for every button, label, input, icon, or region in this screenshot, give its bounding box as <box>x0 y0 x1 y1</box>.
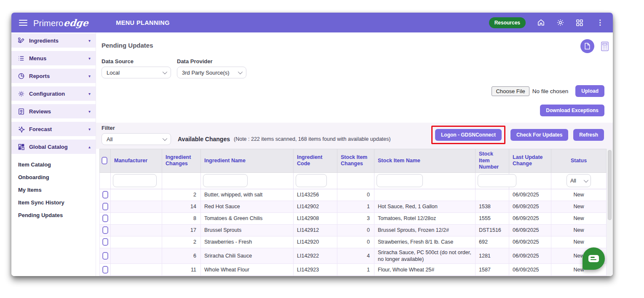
ingredient-code-link[interactable]: LI143256 <box>294 189 337 201</box>
row-checkbox[interactable] <box>102 252 108 260</box>
stock-number-link[interactable]: 1587 <box>476 264 509 276</box>
sidebar-subitem-item-catalog[interactable]: Item Catalog <box>11 158 96 171</box>
sidebar-subitem-my-items[interactable]: My Items <box>11 183 96 196</box>
calculator-icon[interactable] <box>600 41 609 51</box>
gear-icon[interactable] <box>556 19 564 27</box>
col-header-manufacturer[interactable]: Manufacturer <box>111 149 162 173</box>
filter-band: Filter All Available Changes (Note : 222… <box>96 123 613 149</box>
stock-number-filter-input[interactable] <box>478 174 516 187</box>
ingredient-name-cell: Tomatoes & Green Chilis <box>201 212 294 224</box>
row-checkbox[interactable] <box>102 191 108 199</box>
status-cell: New <box>551 236 607 248</box>
ingredient-name-filter-input[interactable] <box>203 174 248 187</box>
filter-label: Filter <box>102 125 171 131</box>
stock-number-link[interactable]: 1538 <box>476 201 509 212</box>
sidebar-item-menus[interactable]: Menus ▾ <box>11 51 96 65</box>
stock-name-cell: Hot Sauce, Red, 1 Gallon <box>374 201 476 212</box>
last-update-cell: 06/09/2025 <box>509 212 551 224</box>
col-header-ingredient-changes[interactable]: Ingredient Changes <box>162 149 201 173</box>
chevron-down-icon <box>238 70 243 74</box>
sidebar-subitem-onboarding[interactable]: Onboarding <box>11 171 96 183</box>
caret-down-icon: ▾ <box>88 91 91 96</box>
table-row: 8 Tomatoes & Green Chilis LI142908 3 Tom… <box>100 212 607 224</box>
upload-button[interactable]: Upload <box>575 85 604 97</box>
select-all-checkbox[interactable] <box>102 157 107 164</box>
stock-number-link[interactable]: DST1516 <box>476 224 509 236</box>
col-header-stock-changes[interactable]: Stock Item Changes <box>337 149 374 173</box>
ingredient-code-filter-input[interactable] <box>296 174 327 187</box>
sidebar-item-ingredients[interactable]: Ingredients ▾ <box>11 33 96 48</box>
last-update-cell: 06/09/2025 <box>509 201 551 212</box>
stock-name-filter-input[interactable] <box>377 174 423 187</box>
stock-number-link[interactable]: 1281 <box>476 248 509 264</box>
manufacturer-cell <box>111 224 162 236</box>
manufacturer-cell <box>111 189 162 201</box>
row-checkbox[interactable] <box>102 203 108 210</box>
ingredient-code-link[interactable]: LI142922 <box>294 248 337 264</box>
filter-select[interactable]: All <box>102 133 171 145</box>
download-exceptions-button[interactable]: Download Exceptions <box>540 105 604 116</box>
available-changes-note: (Note : 222 items scanned, 168 items fou… <box>234 136 390 142</box>
logon-gdsnconnect-button[interactable]: Logon - GDSNConnect <box>435 129 502 141</box>
export-document-button[interactable] <box>580 39 594 53</box>
ingredient-name-cell: Red Hot Sauce <box>201 201 294 212</box>
status-cell: New <box>551 189 607 201</box>
refresh-button[interactable]: Refresh <box>573 129 604 141</box>
data-source-select[interactable]: Local <box>102 67 171 78</box>
stock-number-link[interactable]: 692 <box>476 236 509 248</box>
status-filter-select[interactable]: All <box>567 174 591 187</box>
ingredient-code-link[interactable]: LI142908 <box>294 212 337 224</box>
table-row: 14 Red Hot Sauce LI142902 1 Hot Sauce, R… <box>100 201 607 212</box>
ingredient-changes-cell: 11 <box>162 264 201 276</box>
no-file-chosen-text: No file chosen <box>532 88 569 94</box>
col-header-stock-name[interactable]: Stock Item Name <box>374 149 476 173</box>
sidebar-item-reports[interactable]: Reports ▾ <box>11 69 96 83</box>
col-header-ingredient-name[interactable]: Ingredient Name <box>201 149 294 173</box>
ingredient-changes-cell: 14 <box>162 201 201 212</box>
row-checkbox[interactable] <box>102 238 108 246</box>
main-content: Pending Updates Data Source <box>96 32 613 276</box>
resources-button[interactable]: Resources <box>489 17 526 28</box>
stock-name-cell: Flour, Whole Wheat 25# <box>374 264 476 276</box>
table-row: 17 Brussel Sprouts LI142912 0 Brussel Sp… <box>100 224 607 236</box>
col-header-ingredient-code[interactable]: Ingredient Code <box>294 149 337 173</box>
row-checkbox[interactable] <box>102 266 108 274</box>
col-header-last-update[interactable]: Last Update Change <box>509 149 551 173</box>
stock-number-link[interactable]: 790 <box>476 276 509 276</box>
apps-grid-icon[interactable] <box>575 19 584 27</box>
forecast-icon <box>18 126 25 133</box>
stock-changes-cell: 0 <box>337 224 374 236</box>
check-for-updates-button[interactable]: Check For Updates <box>510 129 568 141</box>
sidebar-subitem-pending-updates[interactable]: Pending Updates <box>11 209 96 221</box>
sidebar-item-forecast[interactable]: Forecast ▾ <box>11 122 96 136</box>
chat-bubble-icon <box>588 255 599 262</box>
ingredient-code-link[interactable]: LI142927 <box>294 276 337 276</box>
home-icon[interactable] <box>537 19 545 27</box>
ingredient-code-link[interactable]: LI142902 <box>294 201 337 212</box>
sidebar-item-global-catalog[interactable]: Global Catalog ▴ <box>11 140 96 154</box>
row-checkbox[interactable] <box>102 215 108 222</box>
choose-file-button[interactable]: Choose File <box>492 86 529 96</box>
sidebar-item-configuration[interactable]: Configuration ▾ <box>11 86 96 101</box>
hamburger-menu-icon[interactable] <box>19 20 27 26</box>
sidebar-item-reviews[interactable]: Reviews ▾ <box>11 104 96 118</box>
scrollbar-thumb[interactable] <box>608 150 612 220</box>
chat-launcher-button[interactable] <box>583 247 605 270</box>
kebab-menu-icon[interactable]: ⋮ <box>595 19 605 26</box>
top-bar: Primero edge MENU PLANNING Resources ⋮ <box>11 13 613 32</box>
col-header-status[interactable]: Status <box>551 149 607 173</box>
last-update-cell: 06/09/2025 <box>509 264 551 276</box>
stock-number-link[interactable]: 1555 <box>476 212 509 224</box>
ingredient-code-link[interactable]: LI142912 <box>294 224 337 236</box>
configuration-gear-icon <box>18 90 25 97</box>
ingredient-code-link[interactable]: LI142923 <box>294 264 337 276</box>
col-header-stock-number[interactable]: Stock Item Number <box>476 149 509 173</box>
stock-number-link[interactable] <box>476 189 509 201</box>
caret-down-icon: ▾ <box>88 56 91 61</box>
sidebar-subitem-item-sync-history[interactable]: Item Sync History <box>11 196 96 209</box>
ingredient-name-cell: Sriracha Chili Sauce <box>201 248 294 264</box>
row-checkbox[interactable] <box>102 226 108 234</box>
manufacturer-filter-input[interactable] <box>113 174 157 187</box>
ingredient-code-link[interactable]: LI142920 <box>294 236 337 248</box>
data-provider-select[interactable]: 3rd Party Source(s) <box>177 67 246 78</box>
